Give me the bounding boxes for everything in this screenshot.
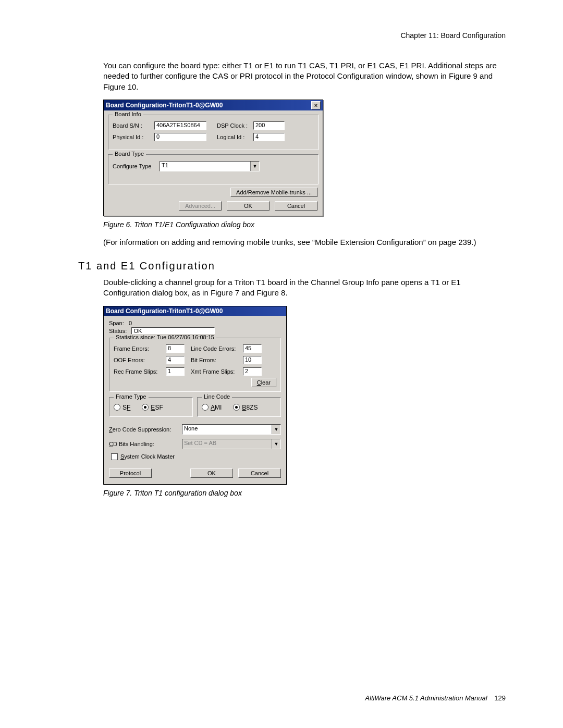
figure6-caption: Figure 6. Triton T1/E1 Configuration dia…	[103, 220, 506, 229]
rec-frame-slips-label: Rec Frame Slips:	[114, 368, 166, 375]
configure-type-value: T1	[160, 162, 250, 171]
oof-errors-label: OOF Errors:	[114, 357, 166, 363]
oof-errors-value: 4	[166, 356, 185, 364]
chevron-down-icon[interactable]: ▼	[272, 425, 280, 434]
mobile-note: (For information on adding and removing …	[103, 237, 506, 248]
chevron-down-icon[interactable]: ▼	[250, 162, 259, 171]
board-info-legend: Board Info	[113, 111, 143, 117]
cancel-button[interactable]: Cancel	[275, 201, 317, 211]
radio-ami[interactable]: AMI	[202, 404, 222, 411]
dsp-clock-label: DSP Clock :	[217, 122, 253, 129]
checkbox-icon[interactable]	[111, 453, 118, 460]
zero-code-value: None	[182, 425, 272, 434]
ok-button[interactable]: OK	[227, 201, 270, 211]
section-body: Double-clicking a channel group for a Tr…	[103, 277, 506, 299]
page-header: Chapter 11: Board Configuration	[78, 31, 506, 40]
physical-id-value: 0	[154, 133, 206, 141]
t1-config-dialog: Board Configuration-TritonT1-0@GW00 Span…	[103, 306, 287, 485]
line-code-group: Line Code AMI B8ZS	[197, 397, 281, 417]
system-clock-checkbox[interactable]: System Clock Master	[111, 453, 281, 460]
zero-code-combo[interactable]: None ▼	[182, 424, 281, 435]
dialog1-titlebar: Board Configuration-TritonT1-0@GW00 ×	[104, 100, 323, 110]
cd-bits-combo: Set CD = AB ▼	[182, 439, 281, 449]
board-sn-label: Board S/N :	[113, 122, 154, 129]
clear-button[interactable]: Clear	[251, 378, 276, 387]
radio-sf[interactable]: SF	[114, 404, 130, 411]
xmt-frame-slips-label: Xmt Frame Slips:	[191, 368, 243, 375]
frame-errors-value: 8	[166, 344, 185, 353]
line-code-errors-label: Line Code Errors:	[191, 346, 243, 352]
radio-esf[interactable]: ESF	[142, 404, 163, 411]
configure-type-label: Configure Type	[113, 163, 160, 169]
xmt-frame-slips-value: 2	[243, 367, 262, 376]
rec-frame-slips-value: 1	[166, 367, 185, 376]
span-value: 0	[129, 320, 132, 326]
cancel-button[interactable]: Cancel	[238, 468, 281, 478]
chevron-down-icon: ▼	[272, 439, 280, 449]
statistics-group: Statistics since: Tue 06/27/06 16:08:15 …	[109, 338, 281, 392]
zero-code-label: Zero Code Suppression:	[109, 426, 182, 433]
board-config-dialog: Board Configuration-TritonT1-0@GW00 × Bo…	[103, 100, 323, 216]
board-type-legend: Board Type	[113, 151, 146, 157]
board-type-group: Board Type Configure Type T1 ▼	[108, 154, 319, 184]
board-info-group: Board Info Board S/N : 406A2TE1S0864 DSP…	[108, 115, 319, 150]
dialog2-title: Board Configuration-TritonT1-0@GW00	[106, 307, 223, 315]
logical-id-value: 4	[253, 133, 285, 141]
statistics-legend: Statistics since: Tue 06/27/06 16:08:15	[114, 334, 216, 340]
protocol-button[interactable]: Protocol	[109, 468, 152, 478]
configure-type-combo[interactable]: T1 ▼	[160, 161, 260, 171]
close-icon[interactable]: ×	[311, 101, 321, 109]
dsp-clock-value: 200	[253, 121, 285, 130]
dialog2-titlebar: Board Configuration-TritonT1-0@GW00	[104, 306, 286, 316]
figure7-caption: Figure 7. Triton T1 configuration dialog…	[103, 489, 506, 497]
span-label: Span:	[109, 320, 124, 326]
ok-button[interactable]: OK	[190, 468, 233, 478]
status-label: Status:	[109, 328, 127, 334]
cd-bits-label: CD Bits Handling:	[109, 441, 182, 447]
radio-b8zs[interactable]: B8ZS	[233, 404, 258, 411]
logical-id-label: Logical Id :	[217, 134, 253, 140]
footer-text: AltiWare ACM 5.1 Administration Manual	[365, 694, 487, 702]
section-heading: T1 and E1 Configuration	[78, 260, 506, 272]
page-footer: AltiWare ACM 5.1 Administration Manual 1…	[365, 694, 506, 702]
add-remove-mobile-trunks-button[interactable]: Add/Remove Mobile-trunks ...	[230, 188, 317, 197]
bit-errors-label: Bit Errors:	[191, 357, 243, 363]
line-code-errors-value: 45	[243, 344, 262, 353]
frame-type-legend: Frame Type	[114, 393, 149, 400]
physical-id-label: Physical Id :	[113, 134, 154, 140]
frame-errors-label: Frame Errors:	[114, 346, 166, 352]
frame-type-group: Frame Type SF ESF	[109, 397, 193, 417]
footer-page: 129	[494, 694, 506, 702]
cd-bits-value: Set CD = AB	[182, 439, 272, 449]
advanced-button: Advanced...	[179, 201, 222, 211]
bit-errors-value: 10	[243, 356, 262, 364]
dialog1-title: Board Configuration-TritonT1-0@GW00	[106, 102, 223, 109]
intro-paragraph: You can configure the board type: either…	[103, 60, 506, 92]
line-code-legend: Line Code	[202, 393, 232, 400]
board-sn-value: 406A2TE1S0864	[154, 121, 206, 130]
